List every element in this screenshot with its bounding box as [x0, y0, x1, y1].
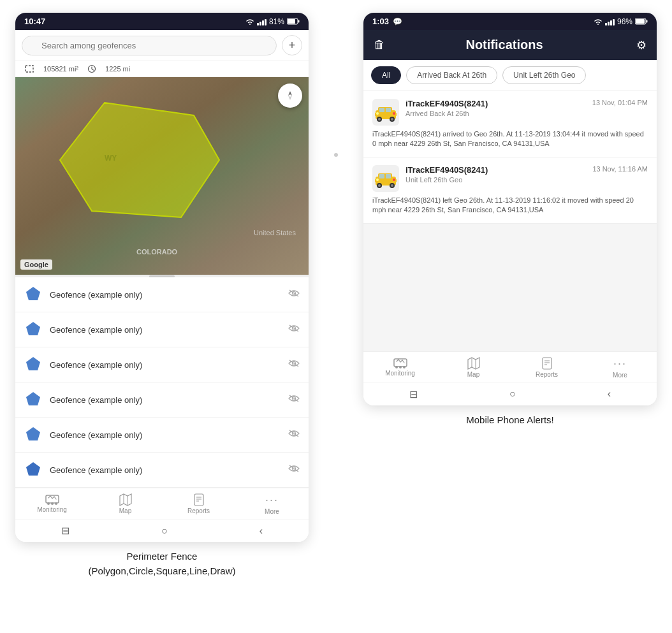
geofence-item-1[interactable]: Geofence (example only) [15, 277, 309, 312]
android-back-btn-right[interactable]: ‹ [608, 388, 611, 400]
geofence-icon-2 [24, 321, 42, 338]
geofence-label-6: Geofence (example only) [50, 465, 281, 475]
geofence-item-6[interactable]: Geofence (example only) [15, 453, 309, 488]
status-bar-right: 1:03 💬 96% [363, 13, 657, 30]
search-bar: 🔍 + [15, 30, 309, 61]
battery-icon-left [287, 18, 300, 25]
more-dots-left: ··· [265, 493, 279, 507]
nav-map-left[interactable]: Map [110, 493, 142, 515]
search-input[interactable] [22, 36, 277, 55]
svg-point-64 [395, 366, 398, 368]
battery-right: 96% [617, 17, 632, 26]
add-geofence-button[interactable]: + [282, 35, 302, 55]
svg-marker-10 [26, 322, 40, 335]
search-wrapper: 🔍 [22, 36, 277, 55]
eye-icon-1[interactable] [288, 289, 300, 300]
filter-left[interactable]: Unit Left 26th Geo [502, 66, 586, 84]
geofence-item-5[interactable]: Geofence (example only) [15, 418, 309, 453]
svg-rect-70 [543, 358, 551, 369]
android-home-btn-left[interactable]: ○ [161, 525, 168, 537]
notification-card-1[interactable]: iTrackEF4940S(8241) 13 Nov, 01:04 PM Arr… [363, 91, 657, 157]
svg-rect-37 [646, 20, 648, 23]
svg-rect-32 [194, 494, 203, 506]
nav-reports-left[interactable]: Reports [183, 493, 215, 515]
android-recent-btn-right[interactable]: ⊟ [409, 388, 418, 400]
android-nav-left: ⊟ ○ ‹ [15, 519, 309, 542]
android-recent-btn-left[interactable]: ⊟ [61, 525, 69, 537]
chat-icon-right: 💬 [393, 17, 402, 26]
settings-icon[interactable]: ⚙ [636, 38, 646, 52]
eye-icon-6[interactable] [288, 464, 300, 476]
notif-header-row-2: iTrackEF4940S(8241) 13 Nov, 11:16 AM Uni… [372, 165, 648, 192]
nav-reports-right[interactable]: Reports [531, 357, 563, 379]
svg-point-62 [393, 178, 395, 181]
eye-icon-3[interactable] [288, 359, 300, 370]
right-phone: 1:03 💬 96% [363, 13, 657, 405]
android-back-btn-left[interactable]: ‹ [259, 525, 263, 537]
car-icon-1 [374, 103, 398, 122]
notif-time-2: 13 Nov, 11:16 AM [592, 165, 648, 173]
svg-marker-67 [468, 358, 479, 369]
notif-body-1: iTrackEF4940S(8241) arrived to Geo 26th.… [372, 129, 648, 149]
left-caption-line1: Perimeter Fence [127, 551, 198, 562]
eye-icon-4[interactable] [288, 394, 300, 405]
more-dots-right: ··· [613, 357, 627, 370]
nav-monitoring-left[interactable]: Monitoring [36, 493, 68, 515]
svg-marker-19 [26, 427, 40, 440]
nav-more-left[interactable]: ··· More [256, 493, 288, 515]
geofence-item-2[interactable]: Geofence (example only) [15, 312, 309, 347]
monitoring-icon-left [45, 493, 59, 505]
reports-icon-right [541, 357, 553, 370]
left-caption: Perimeter Fence (Polygon,Circle,Square,L… [89, 542, 236, 581]
notif-device-1: iTrackEF4940S(8241) [405, 99, 488, 108]
nav-monitoring-right[interactable]: Monitoring [384, 357, 416, 379]
divider-dot [334, 153, 338, 157]
svg-point-27 [51, 502, 54, 505]
nav-more-right[interactable]: ··· More [604, 357, 636, 379]
navigation-button[interactable] [278, 84, 302, 108]
status-left-right: 1:03 💬 [372, 17, 402, 26]
geofence-item-4[interactable]: Geofence (example only) [15, 382, 309, 418]
android-home-btn-right[interactable]: ○ [509, 388, 516, 400]
nav-more-label-left: More [265, 508, 279, 515]
nav-monitoring-label-left: Monitoring [37, 506, 67, 513]
signal-icon-left [257, 18, 267, 25]
bottom-nav-right: Monitoring Map [363, 351, 657, 382]
eye-icon-5[interactable] [288, 429, 300, 440]
filter-all[interactable]: All [371, 66, 401, 84]
eye-icon-2[interactable] [288, 324, 300, 335]
geofence-icon-3 [24, 356, 42, 374]
compass-icon [284, 90, 296, 101]
notif-header-row-1: iTrackEF4940S(8241) 13 Nov, 01:04 PM Arr… [372, 99, 648, 126]
geofence-icon-6 [24, 461, 42, 479]
stats-bar: 105821 mi² 1225 mi [15, 61, 309, 77]
geofence-icon-5 [24, 426, 42, 444]
notif-title-row-1: iTrackEF4940S(8241) 13 Nov, 01:04 PM [405, 99, 648, 108]
geofence-label-3: Geofence (example only) [50, 360, 281, 370]
notification-card-2[interactable]: iTrackEF4940S(8241) 13 Nov, 11:16 AM Uni… [363, 157, 657, 224]
geofence-label-5: Geofence (example only) [50, 430, 281, 440]
map-icon-right [467, 357, 480, 370]
notif-body-2: iTrackEF4940S(8241) left Geo 26th. At 11… [372, 196, 648, 215]
geofence-icon-4 [24, 391, 42, 409]
signal-icon-right [605, 18, 615, 25]
svg-rect-1 [298, 20, 300, 23]
filter-arrived[interactable]: Arrived Back At 26th [406, 66, 497, 84]
notification-list: iTrackEF4940S(8241) 13 Nov, 01:04 PM Arr… [363, 91, 657, 351]
nav-map-right[interactable]: Map [458, 357, 490, 379]
map-icon-left [119, 493, 132, 506]
svg-marker-29 [120, 494, 131, 506]
map-area[interactable]: WY COLORADO United States Google [15, 77, 309, 275]
nav-monitoring-label-right: Monitoring [385, 370, 415, 377]
map-background: WY COLORADO United States Google [15, 77, 309, 275]
geofence-label-2: Geofence (example only) [50, 325, 281, 335]
svg-point-26 [47, 502, 50, 505]
geofence-item-3[interactable]: Geofence (example only) [15, 347, 309, 382]
notif-content-1: iTrackEF4940S(8241) 13 Nov, 01:04 PM Arr… [405, 99, 648, 120]
svg-rect-2 [288, 19, 295, 24]
car-avatar-1 [372, 99, 399, 126]
svg-marker-13 [26, 357, 40, 370]
left-caption-line2: (Polygon,Circle,Square,Line,Draw) [89, 565, 236, 576]
time-right: 1:03 [372, 17, 389, 26]
nav-map-label-right: Map [467, 371, 479, 378]
